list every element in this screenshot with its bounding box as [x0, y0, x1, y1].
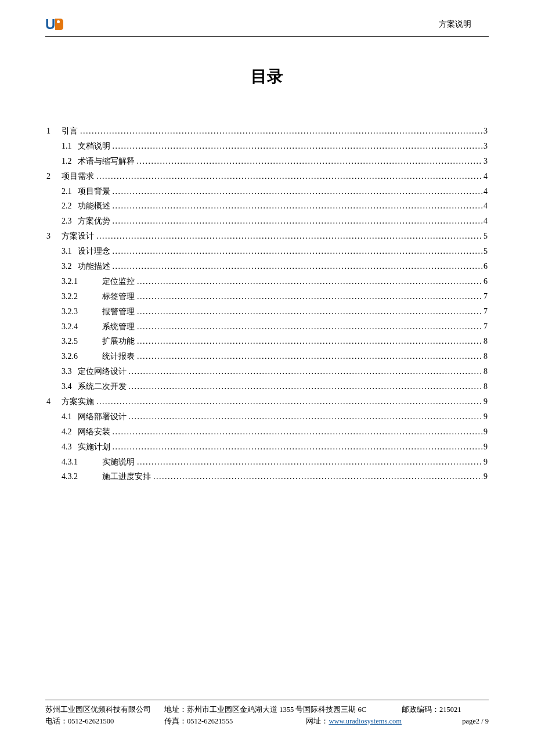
footer-fax-web: 传真：0512-62621555 网址：www.uradiosystems.co… [164, 715, 402, 727]
toc-number: 1 [46, 124, 62, 139]
toc-entry[interactable]: 2项目需求4 [46, 169, 488, 184]
toc-number: 4 [46, 394, 62, 409]
toc-text: 标签管理 [102, 289, 137, 304]
toc-page-number: 3 [482, 154, 488, 169]
toc-number: 3 [46, 229, 62, 244]
toc-entry[interactable]: 4.1网络部署设计9 [46, 409, 488, 424]
toc-number: 3.2.2 [62, 289, 102, 304]
toc-leader-dots [137, 319, 482, 334]
toc-entry[interactable]: 2.2功能概述4 [46, 199, 488, 214]
toc-entry[interactable]: 3.2.4系统管理7 [46, 319, 488, 334]
toc-text: 报警管理 [102, 304, 137, 319]
toc-page-number: 7 [482, 304, 488, 319]
toc-number: 2 [46, 169, 62, 184]
toc-page-number: 8 [482, 364, 488, 379]
toc-page-number: 4 [482, 214, 488, 229]
toc-entry[interactable]: 4.3.1实施说明9 [46, 455, 488, 470]
toc-leader-dots [137, 304, 482, 319]
page-footer: 苏州工业园区优频科技有限公司 地址：苏州市工业园区金鸡湖大道 1355 号国际科… [45, 700, 489, 727]
toc-number: 4.2 [62, 424, 78, 440]
toc-text: 方案设计 [62, 229, 96, 244]
toc-leader-dots [137, 349, 482, 364]
toc-text: 定位网络设计 [78, 364, 129, 379]
toc-text: 方案优势 [78, 214, 113, 229]
toc-entry[interactable]: 3.2.2标签管理7 [46, 289, 488, 304]
toc-text: 网络安装 [78, 424, 113, 440]
toc-page-number: 4 [482, 169, 488, 184]
toc-text: 施工进度安排 [102, 469, 153, 484]
toc-page-number: 8 [482, 349, 488, 364]
toc-text: 扩展功能 [102, 334, 137, 349]
toc-text: 项目需求 [62, 169, 96, 184]
toc-leader-dots [96, 394, 482, 409]
toc-entry[interactable]: 3方案设计5 [46, 229, 488, 244]
toc-text: 引言 [62, 124, 80, 139]
toc-page-number: 9 [482, 455, 488, 470]
header-doc-label: 方案说明 [439, 19, 489, 30]
toc-text: 项目背景 [78, 184, 113, 199]
toc-page-number: 9 [482, 424, 488, 440]
toc-number: 2.2 [62, 199, 78, 214]
toc-page-number: 3 [482, 139, 488, 154]
toc-text: 设计理念 [78, 244, 113, 259]
toc-leader-dots [129, 379, 483, 394]
footer-fax-label: 传真： [164, 717, 187, 725]
toc-page-number: 8 [482, 334, 488, 349]
toc-page-number: 9 [482, 409, 488, 424]
toc-entry[interactable]: 3.2.5扩展功能8 [46, 334, 488, 349]
footer-address: 地址：苏州市工业园区金鸡湖大道 1355 号国际科技园三期 6C [164, 704, 402, 715]
toc-page-number: 6 [482, 259, 488, 274]
toc-leader-dots [96, 229, 482, 244]
toc-text: 方案实施 [62, 394, 96, 409]
toc-entry[interactable]: 3.2.6统计报表8 [46, 349, 488, 364]
footer-phone-label: 电话： [45, 717, 68, 725]
toc-entry[interactable]: 3.4系统二次开发8 [46, 379, 488, 394]
toc-entry[interactable]: 1.2术语与缩写解释3 [46, 154, 488, 169]
toc-leader-dots [113, 214, 483, 229]
toc-number: 3.2.5 [62, 334, 102, 349]
toc-page-number: 9 [482, 440, 488, 455]
logo-letter-r-icon [55, 19, 63, 30]
toc-leader-dots [129, 409, 483, 424]
footer-page-total: 9 [485, 717, 489, 725]
toc-number: 1.1 [62, 139, 78, 154]
footer-address-label: 地址： [164, 705, 187, 714]
toc-leader-dots [137, 274, 482, 289]
toc-entry[interactable]: 4.2网络安装9 [46, 424, 488, 440]
toc-entry[interactable]: 3.2功能描述6 [46, 259, 488, 274]
toc-leader-dots [137, 455, 482, 470]
logo: U [45, 16, 63, 33]
footer-postal-value: 215021 [439, 705, 461, 714]
toc-entry[interactable]: 1.1文档说明3 [46, 139, 488, 154]
toc-leader-dots [137, 334, 482, 349]
toc-leader-dots [129, 364, 483, 379]
toc-number: 3.3 [62, 364, 78, 379]
toc-leader-dots [96, 169, 482, 184]
toc-entry[interactable]: 3.2.3报警管理7 [46, 304, 488, 319]
toc-number: 4.3.1 [62, 455, 102, 470]
toc-leader-dots [113, 139, 483, 154]
toc-entry[interactable]: 4.3.2施工进度安排9 [46, 469, 488, 484]
toc-entry[interactable]: 2.1项目背景4 [46, 184, 488, 199]
toc-leader-dots [80, 124, 482, 139]
toc-entry[interactable]: 1引言3 [46, 124, 488, 139]
footer-fax-value: 0512-62621555 [187, 717, 233, 725]
toc-leader-dots [137, 154, 483, 169]
toc-page-number: 9 [482, 469, 488, 484]
toc-number: 4.1 [62, 409, 78, 424]
toc-entry[interactable]: 3.1设计理念5 [46, 244, 488, 259]
toc-entry[interactable]: 2.3方案优势4 [46, 214, 488, 229]
logo-letter-u: U [45, 16, 55, 33]
toc-page-number: 3 [482, 124, 488, 139]
toc-entry[interactable]: 4方案实施9 [46, 394, 488, 409]
footer-web-link[interactable]: www.uradiosystems.com [329, 717, 402, 725]
footer-postal-label: 邮政编码： [402, 705, 439, 714]
toc-entry[interactable]: 3.3定位网络设计8 [46, 364, 488, 379]
toc-entry[interactable]: 4.3实施计划9 [46, 440, 488, 455]
footer-postal: 邮政编码：215021 [402, 704, 489, 715]
footer-phone-value: 0512-62621500 [68, 717, 114, 725]
toc-entry[interactable]: 3.2.1定位监控6 [46, 274, 488, 289]
toc-text: 定位监控 [102, 274, 137, 289]
toc-number: 3.1 [62, 244, 78, 259]
toc-leader-dots [113, 259, 483, 274]
